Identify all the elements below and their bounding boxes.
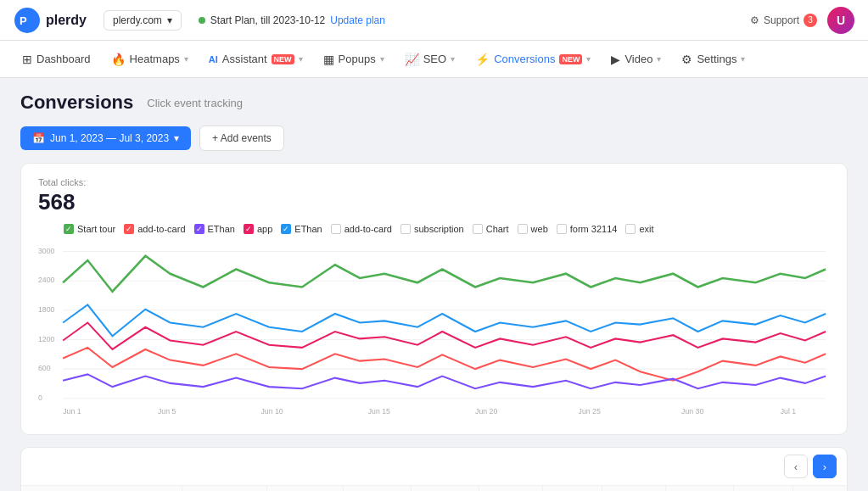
legend-label-exit: exit bbox=[639, 224, 653, 234]
table-scroll-container: Page URL / □ / □ Report Traffic, % i bbox=[21, 486, 847, 491]
main-navigation: ⊞ Dashboard 🔥 Heatmaps ▾ AI Assistant NE… bbox=[0, 41, 868, 78]
legend-item-add-to-card[interactable]: ✓ add-to-card bbox=[124, 224, 185, 234]
legend-check-ethan1: ✓ bbox=[194, 224, 204, 234]
legend-item-add-to-card2[interactable]: add-to-card bbox=[331, 224, 392, 234]
legend-item-form32114[interactable]: form 32114 bbox=[557, 224, 618, 234]
svg-text:2400: 2400 bbox=[38, 276, 54, 284]
settings-chevron: ▾ bbox=[741, 54, 745, 64]
th-subs: subs crip… i ↓ ↑ bbox=[666, 486, 734, 491]
page-subtitle: Click event tracking bbox=[147, 97, 243, 109]
conversions-icon: ⚡ bbox=[475, 53, 490, 66]
th-ethan: EThan i ↓ ↑ bbox=[479, 486, 543, 491]
table-headers: Page URL / □ / □ Report Traffic, % i bbox=[21, 486, 847, 491]
support-label: Support bbox=[764, 14, 799, 26]
svg-text:Jun 15: Jun 15 bbox=[368, 406, 390, 415]
nav-item-assistant[interactable]: AI Assistant NEW ▾ bbox=[200, 47, 311, 70]
user-avatar[interactable]: U bbox=[827, 7, 854, 34]
legend-label-app: app bbox=[257, 224, 272, 234]
legend-label-ethan1: EThan bbox=[208, 224, 235, 234]
conversions-chevron: ▾ bbox=[586, 54, 591, 64]
nav-item-dashboard[interactable]: ⊞ Dashboard bbox=[14, 47, 99, 71]
legend-item-start-tour[interactable]: ✓ Start tour bbox=[64, 224, 115, 234]
add-events-label: + Add events bbox=[212, 132, 272, 144]
popups-icon: ▦ bbox=[323, 53, 334, 66]
th-chart: Chart i ↓ ↑ bbox=[734, 486, 793, 491]
nav-item-video[interactable]: ▶ Video ▾ bbox=[602, 47, 669, 71]
nav-label-popups: Popups bbox=[339, 53, 376, 65]
update-plan-link[interactable]: Update plan bbox=[330, 14, 385, 26]
total-clicks-value: 568 bbox=[38, 189, 830, 215]
svg-text:600: 600 bbox=[38, 364, 51, 372]
svg-text:Jul 1: Jul 1 bbox=[781, 406, 796, 415]
line-ethan2 bbox=[63, 305, 826, 337]
date-range-button[interactable]: 📅 Jun 1, 2023 — Jul 3, 2023 ▾ bbox=[20, 126, 191, 150]
legend-item-ethan1[interactable]: ✓ EThan bbox=[194, 224, 235, 234]
nav-label-seo: SEO bbox=[423, 53, 446, 65]
nav-item-conversions[interactable]: ⚡ Conversions NEW ▾ bbox=[467, 47, 599, 71]
legend-item-app[interactable]: ✓ app bbox=[244, 224, 272, 234]
legend-check-start-tour: ✓ bbox=[64, 224, 74, 234]
site-selector[interactable]: plerdy.com ▾ bbox=[104, 10, 182, 31]
th-page-url: Page URL / □ / □ bbox=[21, 486, 182, 491]
nav-item-seo[interactable]: 📈 SEO ▾ bbox=[396, 47, 463, 71]
add-events-button[interactable]: + Add events bbox=[199, 126, 284, 151]
nav-item-popups[interactable]: ▦ Popups ▾ bbox=[315, 47, 393, 71]
legend-item-ethan2[interactable]: ✓ EThan bbox=[281, 224, 322, 234]
th-report: Report bbox=[182, 486, 267, 491]
legend-check-exit bbox=[625, 224, 636, 234]
th-add-to-c: add-to-c… i ↓ ↑ bbox=[412, 486, 479, 491]
svg-text:Jun 30: Jun 30 bbox=[681, 406, 703, 415]
support-badge: 3 bbox=[804, 14, 817, 27]
settings-icon: ⚙ bbox=[681, 53, 692, 66]
th-ethan2: ETha n i ↓ ↑ bbox=[602, 486, 666, 491]
th-web: web i ↓ ↑ bbox=[793, 486, 847, 491]
legend-label-subscription: subscription bbox=[414, 224, 464, 234]
svg-text:1200: 1200 bbox=[38, 334, 54, 343]
pagination-next-button[interactable]: › bbox=[813, 455, 837, 478]
line-chart-svg: 3000 2400 1800 1200 600 0 Jun 1 Jun 5 Ju… bbox=[38, 243, 830, 421]
toolbar: 📅 Jun 1, 2023 — Jul 3, 2023 ▾ + Add even… bbox=[20, 126, 848, 151]
date-chevron-icon: ▾ bbox=[174, 132, 179, 144]
legend-label-web: web bbox=[531, 224, 548, 234]
nav-item-settings[interactable]: ⚙ Settings ▾ bbox=[673, 47, 753, 71]
conversions-badge: NEW bbox=[559, 54, 582, 64]
site-selector-chevron: ▾ bbox=[167, 14, 172, 26]
table-card: ‹ › Page URL / □ / □ Report bbox=[20, 447, 848, 491]
svg-text:0: 0 bbox=[38, 393, 42, 402]
svg-text:Jun 20: Jun 20 bbox=[475, 406, 497, 415]
support-button[interactable]: ⚙ Support 3 bbox=[750, 14, 817, 27]
chart-area: 3000 2400 1800 1200 600 0 Jun 1 Jun 5 Ju… bbox=[38, 243, 830, 421]
video-icon: ▶ bbox=[611, 53, 620, 66]
chart-legend: ✓ Start tour ✓ add-to-card ✓ EThan ✓ bbox=[38, 224, 830, 234]
svg-text:Jun 1: Jun 1 bbox=[63, 406, 81, 415]
legend-item-exit[interactable]: exit bbox=[625, 224, 653, 234]
legend-label-start-tour: Start tour bbox=[77, 224, 115, 234]
logo: P plerdy bbox=[14, 7, 87, 34]
line-ethan1 bbox=[63, 374, 826, 388]
seo-icon: 📈 bbox=[405, 53, 419, 66]
legend-label-chart: Chart bbox=[486, 224, 509, 234]
legend-check-add-to-card2 bbox=[331, 224, 341, 234]
legend-item-web[interactable]: web bbox=[518, 224, 548, 234]
th-traffic: Traffic, % i □ / □ / □ bbox=[267, 486, 344, 491]
page-header: Conversions Click event tracking bbox=[20, 92, 848, 114]
nav-label-video: Video bbox=[624, 53, 652, 65]
legend-item-chart[interactable]: Chart bbox=[473, 224, 509, 234]
legend-label-ethan2: EThan bbox=[294, 224, 322, 234]
assistant-badge: NEW bbox=[272, 54, 294, 64]
plan-info: Start Plan, till 2023-10-12 Update plan bbox=[199, 14, 385, 26]
svg-text:Jun 5: Jun 5 bbox=[158, 406, 176, 415]
pagination-prev-button[interactable]: ‹ bbox=[784, 455, 808, 478]
video-chevron: ▾ bbox=[657, 54, 661, 64]
support-gear-icon: ⚙ bbox=[750, 14, 759, 26]
popups-chevron: ▾ bbox=[380, 54, 384, 64]
page-content: Conversions Click event tracking 📅 Jun 1… bbox=[0, 78, 868, 491]
legend-label-add-to-card2: add-to-card bbox=[344, 224, 392, 234]
calendar-icon: 📅 bbox=[32, 132, 45, 144]
legend-item-subscription[interactable]: subscription bbox=[400, 224, 464, 234]
plerdy-logo-icon: P bbox=[14, 7, 41, 34]
top-nav-right: ⚙ Support 3 U bbox=[750, 7, 854, 34]
nav-item-heatmaps[interactable]: 🔥 Heatmaps ▾ bbox=[103, 47, 197, 71]
date-range-label: Jun 1, 2023 — Jul 3, 2023 bbox=[50, 132, 169, 144]
table-pagination: ‹ › bbox=[21, 448, 847, 486]
